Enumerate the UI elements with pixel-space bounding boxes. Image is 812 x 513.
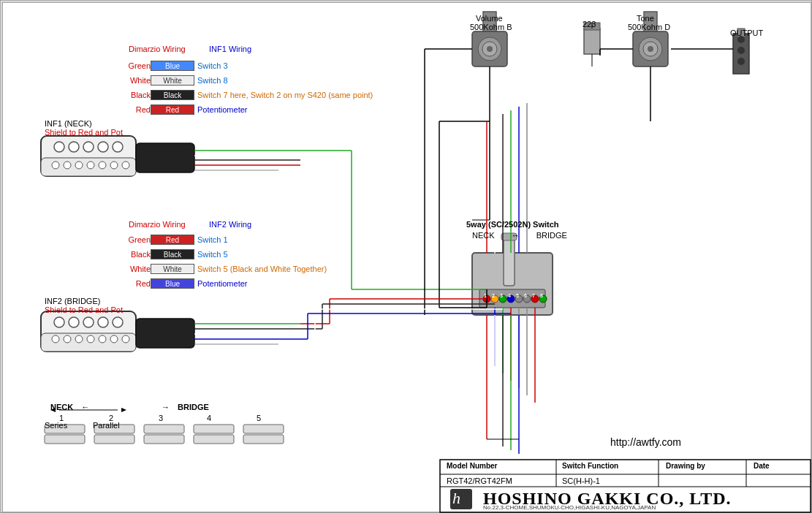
svg-rect-2: [472, 31, 507, 66]
inf2-row1-col1: Green: [114, 235, 151, 244]
series-label: Series: [45, 421, 67, 430]
inf2-row3-col1: White: [114, 265, 151, 273]
svg-point-10: [648, 46, 653, 52]
svg-point-40: [64, 335, 71, 343]
svg-rect-19: [41, 158, 136, 176]
svg-point-29: [99, 162, 106, 169]
svg-point-35: [69, 317, 79, 327]
svg-point-62: [499, 295, 506, 303]
svg-point-37: [98, 317, 108, 327]
svg-point-44: [110, 335, 118, 343]
svg-point-26: [64, 162, 71, 169]
svg-rect-134: [144, 435, 184, 444]
svg-rect-145: [450, 489, 472, 509]
inf2-title: INF2 (BRIDGE): [45, 297, 100, 305]
svg-rect-138: [243, 435, 284, 444]
parallel-label: Parallel: [93, 421, 120, 430]
svg-text:2: 2: [492, 293, 495, 298]
inf1-row1-col2-box: Blue: [151, 61, 194, 71]
svg-rect-58: [472, 253, 553, 315]
inf2-row2-col2-box: Black: [151, 249, 194, 259]
svg-text:1: 1: [484, 293, 487, 298]
svg-point-41: [75, 335, 83, 343]
inf1-wiring-label: INF1 Wiring: [209, 45, 251, 53]
svg-point-25: [52, 162, 59, 169]
svg-point-42: [87, 335, 94, 343]
svg-point-60: [483, 295, 490, 303]
volume-label: Volume: [476, 14, 503, 23]
svg-point-27: [75, 162, 83, 169]
inf2-row2-switch: Switch 5: [197, 250, 228, 259]
svg-marker-128: [121, 408, 126, 412]
inf2-row3-col2-box: White: [151, 264, 194, 274]
svg-rect-59: [479, 289, 545, 308]
switch-function-header: Switch Function: [562, 462, 618, 470]
bridge-label-bottom: → BRIDGE: [162, 403, 209, 411]
inf1-row3-col1: Black: [114, 91, 151, 99]
svg-point-3: [478, 37, 501, 61]
svg-text:h: h: [452, 489, 460, 507]
svg-point-17: [737, 58, 745, 65]
tone-label: Tone: [637, 14, 654, 23]
inf1-row2-col2-box: White: [151, 75, 194, 86]
inf1-row4-pot: Potentiometer: [197, 105, 247, 114]
svg-rect-13: [733, 34, 749, 74]
svg-rect-32: [41, 311, 136, 352]
inf2-row1-col2-box: Red: [151, 235, 194, 245]
inf1-shield: Shield to Red and Pot: [45, 128, 123, 137]
svg-point-43: [99, 335, 106, 343]
inf1-row4-col2-box: Red: [151, 104, 194, 115]
svg-point-20: [54, 142, 64, 152]
inf2-shield: Shield to Red and Pot: [45, 305, 123, 314]
svg-point-66: [531, 295, 539, 303]
tone-value: 500Kohm D: [628, 23, 670, 31]
inf1-row2-col1: White: [114, 76, 151, 85]
svg-point-8: [639, 37, 662, 61]
diagram-container: 1 2 3 4 5 6 7 8: [0, 0, 812, 513]
svg-rect-132: [94, 435, 134, 444]
date-header: Date: [754, 462, 770, 470]
svg-point-38: [113, 317, 123, 327]
switch-neck-label: NECK ↔ BRIDGE: [472, 231, 567, 240]
model-number-value: RGT42/RGT42FM: [447, 476, 512, 485]
svg-rect-18: [41, 136, 136, 176]
output-label: OUTPUT: [730, 28, 763, 37]
inf1-row2-switch: Switch 8: [197, 76, 228, 85]
company-address: No.22,3-CHOME,SHUMOKU-CHO,HIGASHI-KU,NAG…: [483, 504, 656, 511]
website-url: http://awtfy.com: [610, 436, 681, 448]
svg-rect-52: [136, 319, 194, 348]
svg-point-65: [523, 295, 531, 303]
svg-point-30: [110, 162, 118, 169]
inf2-wiring-label: INF2 Wiring: [209, 220, 251, 229]
inf2-row3-switch: Switch 5 (Black and White Together): [197, 265, 327, 273]
inf1-row4-col1: Red: [114, 105, 151, 114]
svg-rect-137: [243, 425, 284, 433]
model-number-header: Model Number: [447, 462, 497, 470]
svg-text:8: 8: [540, 293, 543, 298]
svg-rect-33: [41, 333, 136, 352]
switch-function-value: SC(H-H)-1: [562, 476, 600, 485]
inf2-dimarzio-label: Dimarzio Wiring: [129, 220, 186, 229]
inf2-row4-pot: Potentiometer: [197, 279, 247, 288]
inf2-row2-col1: Black: [114, 250, 151, 259]
capacitor-label: 223: [583, 20, 596, 28]
svg-point-24: [113, 142, 123, 152]
inf2-row4-col1: Red: [114, 279, 151, 288]
svg-text:5: 5: [516, 293, 519, 298]
switch-label: 5way (SC/2502N) Switch: [466, 220, 559, 229]
svg-rect-11: [584, 28, 600, 54]
inf1-row3-switch: Switch 7 here, Switch 2 on my S420 (same…: [197, 91, 373, 99]
svg-text:6: 6: [524, 293, 527, 298]
pos4-num: 4: [207, 414, 211, 422]
inf1-dimarzio-label: Dimarzio Wiring: [129, 45, 186, 53]
inf1-row1-col1: Green: [114, 61, 151, 70]
diagram-area: 1 2 3 4 5 6 7 8: [1, 1, 812, 513]
svg-point-39: [52, 335, 59, 343]
svg-rect-133: [144, 425, 184, 433]
svg-rect-68: [504, 235, 515, 286]
svg-point-23: [98, 142, 108, 152]
inf2-row1-switch: Switch 1: [197, 235, 228, 244]
svg-text:7: 7: [532, 293, 535, 298]
svg-point-9: [643, 42, 658, 56]
svg-point-31: [122, 162, 129, 169]
